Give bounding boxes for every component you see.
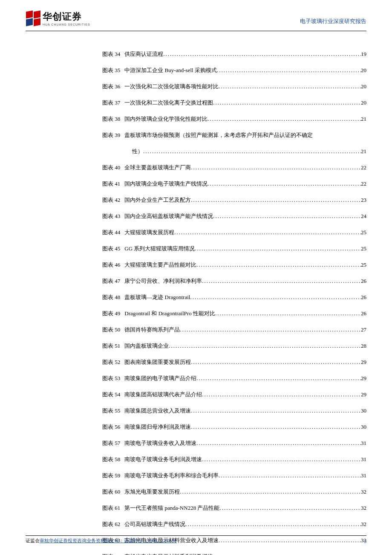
toc-page-number: 25: [361, 245, 366, 252]
toc-leader-dots: [213, 99, 361, 106]
toc-entry: 图表 58南玻电子玻璃业务毛利润及增速31: [26, 456, 366, 463]
toc-title: 国内玻璃企业电子玻璃生产线情况: [124, 180, 208, 188]
toc-title: 南玻电子玻璃业务毛利润及增速: [124, 456, 202, 463]
toc-title: 盖板玻璃市场份额预测（按照产能测算，未考虑客户开拓和产品认证的不确定: [124, 131, 313, 139]
toc-page-number: 22: [361, 180, 366, 187]
toc-entry: 图表 51国内盖板玻璃企业28: [26, 342, 366, 350]
toc-title: 大猩猩玻璃主要产品性能对比: [124, 261, 196, 269]
toc-entry: 图表 60东旭光电重要发展历程32: [26, 488, 366, 496]
toc-title: 南玻集团高铝玻璃代表产品介绍: [124, 391, 202, 398]
toc-leader-dots: [143, 148, 361, 155]
toc-title: 南玻集团总营业收入及增速: [124, 407, 191, 415]
toc-label: 图表 36: [26, 83, 120, 90]
toc-label: 图表 41: [26, 180, 120, 188]
toc-label: 图表 52: [26, 358, 120, 366]
toc-leader-dots: [196, 375, 361, 382]
toc-title: 东旭光电重要发展历程: [124, 488, 180, 496]
toc-label: 图表 51: [26, 342, 120, 350]
toc-label: 图表 47: [26, 277, 120, 285]
toc-entry: 图表 45GG 系列大猩猩玻璃应用情况25: [26, 245, 366, 253]
toc-entry: 图表 34供应商认证流程19: [26, 50, 366, 58]
toc-leader-dots: [208, 116, 361, 122]
toc-page-number: 29: [361, 375, 366, 382]
toc-title: 德国肖特赛绚系列产品: [124, 326, 180, 334]
toc-entry: 图表 57南玻电子玻璃业务收入及增速31: [26, 439, 366, 447]
toc-title: 东旭光电光电显示材料毛利润及增速: [124, 553, 213, 555]
toc-page-number: 29: [361, 359, 366, 366]
toc-label: 图表 64: [26, 553, 120, 555]
toc-title: 公司高铝玻璃生产线情况: [124, 520, 185, 528]
toc-title: 南玻集团归母净利润及增速: [124, 423, 191, 431]
toc-leader-dots: [202, 456, 361, 463]
toc-label: 图表 42: [26, 196, 120, 204]
toc-title: 中游深加工企业 Buy-and-sell 采购模式: [124, 67, 217, 74]
page-number: 5: [364, 539, 367, 544]
toc-entry: 图表 50德国肖特赛绚系列产品27: [26, 326, 366, 334]
logo-en-text: HUA CHUANG SECURITIES: [43, 23, 90, 26]
toc-entry: 图表 44大猩猩玻璃发展历程25: [26, 229, 366, 236]
toc-leader-dots: [191, 197, 361, 203]
toc-entry: 图表 41国内玻璃企业电子玻璃生产线情况22: [26, 180, 366, 188]
toc-leader-dots: [180, 488, 361, 495]
toc-page-number: 20: [361, 83, 366, 90]
toc-label: 图表 61: [26, 504, 120, 512]
toc-leader-dots: [185, 521, 361, 528]
toc-entry: 图表 61第一代王者熊猫 panda-NN228 产品性能32: [26, 504, 366, 512]
toc-label: 图表 45: [26, 245, 120, 253]
toc-page-number: 26: [361, 278, 366, 285]
toc-title: 国内企业高铝盖板玻璃产能产线情况: [124, 212, 213, 220]
toc-entry: 图表 53南玻集团的电子玻璃产品介绍29: [26, 375, 366, 382]
toc-entry: 图表 49Dragontrail 和 DragontrailPro 性能对比26: [26, 310, 366, 317]
toc-page-number: 26: [361, 310, 366, 317]
toc-leader-dots: [169, 343, 361, 349]
toc-title: 图表南玻集团重要发展历程: [124, 358, 191, 366]
toc-page-number: 21: [361, 116, 366, 122]
toc-page-number: 24: [361, 213, 366, 220]
toc-label: 图表 39: [26, 131, 120, 139]
toc-label: 图表 56: [26, 423, 120, 431]
toc-page-number: 31: [361, 472, 366, 479]
toc-page-number: 31: [361, 456, 366, 463]
report-title: 电子玻璃行业深度研究报告: [300, 17, 366, 25]
toc-entry: 图表 46大猩猩玻璃主要产品性能对比25: [26, 261, 366, 269]
toc-label: 图表 38: [26, 115, 120, 123]
toc-label: 图表 37: [26, 99, 120, 107]
logo-cn-text: 华创证券: [43, 10, 90, 23]
toc-label: 图表 44: [26, 229, 120, 236]
toc-leader-dots: [196, 262, 361, 268]
toc-title: 国内盖板玻璃企业: [124, 342, 169, 350]
toc-page-number: 20: [361, 67, 366, 74]
footer-link[interactable]: 审核华创证券投资咨询业务资格批文号：证监许可（2009）1210 号: [40, 538, 177, 543]
toc-leader-dots: [219, 472, 361, 479]
toc-label: 图表 57: [26, 439, 120, 447]
toc-title: 大猩猩玻璃发展历程: [124, 229, 174, 236]
toc-title: 供应商认证流程: [124, 50, 163, 58]
toc-entry: 图表 43国内企业高铝盖板玻璃产能产线情况24: [26, 212, 366, 220]
footer-license-text: 证监会审核华创证券投资咨询业务资格批文号：证监许可（2009）1210 号: [26, 538, 177, 544]
toc-leader-dots: [219, 505, 361, 511]
page-footer: 证监会审核华创证券投资咨询业务资格批文号：证监许可（2009）1210 号 5: [26, 535, 366, 544]
toc-label: 图表 50: [26, 326, 120, 334]
toc-entry: 图表 35中游深加工企业 Buy-and-sell 采购模式20: [26, 67, 366, 74]
toc-entry: 图表 38国内外玻璃企业化学强化性能对比21: [26, 115, 366, 123]
toc-leader-dots: [163, 51, 361, 58]
toc-page-number: 22: [361, 164, 366, 171]
toc-title: 南玻电子玻璃业务收入及增速: [124, 439, 196, 447]
toc-entry-continuation: 性）21: [26, 148, 366, 155]
toc-title: Dragontrail 和 DragontrailPro 性能对比: [124, 310, 215, 317]
toc-title: 国内外玻璃企业化学强化性能对比: [124, 115, 208, 123]
toc-entry: 图表 39盖板玻璃市场份额预测（按照产能测算，未考虑客户开拓和产品认证的不确定: [26, 131, 366, 139]
toc-label: 图表 55: [26, 407, 120, 415]
toc-label: 图表 60: [26, 488, 120, 496]
toc-entry: 图表 56南玻集团归母净利润及增速30: [26, 423, 366, 431]
toc-label: 图表 40: [26, 164, 120, 171]
toc-page-number: 21: [361, 148, 366, 155]
toc-leader-dots: [190, 294, 361, 301]
toc-entry: 图表 36一次强化和二次强化玻璃各项性能对比20: [26, 83, 366, 90]
toc-page-number: 33: [361, 553, 366, 555]
toc-leader-dots: [202, 278, 361, 285]
toc-entry: 图表 54南玻集团高铝玻璃代表产品介绍29: [26, 391, 366, 398]
toc-page-number: 32: [361, 488, 366, 495]
toc-entry: 图表 62公司高铝玻璃生产线情况32: [26, 520, 366, 528]
toc-label: 图表 35: [26, 67, 120, 74]
